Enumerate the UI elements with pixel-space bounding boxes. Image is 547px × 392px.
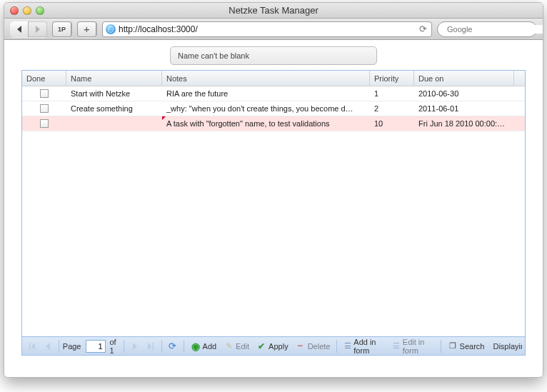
paging-toolbar: Page of 1 ⟳ ◉ Add ✎ Edit ✔ (22, 336, 525, 355)
next-page-button[interactable] (128, 339, 142, 353)
cell-priority[interactable]: 2 (370, 101, 414, 116)
browser-window: Netzke Task Manager 1P + ⟳ Name can't be… (4, 2, 543, 378)
table-row[interactable]: Start with NetzkeRIA are the future12010… (22, 86, 525, 101)
nav-buttons (10, 21, 47, 37)
form-add-icon: ☰ (343, 341, 351, 351)
page-content: Name can't be blank Done Name Notes Prio… (4, 40, 543, 377)
delete-button[interactable]: ━ Delete (293, 339, 333, 353)
cell-name[interactable] (66, 116, 162, 131)
grid-header: Done Name Notes Priority Due on (22, 71, 525, 86)
browser-toolbar: 1P + ⟳ (4, 19, 543, 40)
cell-notes[interactable]: RIA are the future (162, 86, 370, 101)
column-header-done[interactable]: Done (22, 71, 66, 86)
add-in-form-button[interactable]: ☰ Add in form (341, 339, 388, 353)
delete-button-label: Delete (308, 342, 331, 351)
search-input[interactable] (447, 25, 543, 34)
table-row[interactable]: A task with "forgotten" name, to test va… (22, 116, 525, 131)
cell-extra (514, 86, 525, 101)
window-title: Netzke Task Manager (4, 5, 543, 16)
cell-due-on[interactable]: 2011-06-01 (414, 101, 514, 116)
page-total-label: of 1 (110, 338, 121, 355)
apply-icon: ✔ (256, 341, 266, 351)
cell-done[interactable] (22, 116, 66, 131)
edit-icon: ✎ (224, 341, 234, 351)
search-field[interactable] (437, 21, 537, 37)
globe-icon (106, 24, 116, 34)
cell-notes[interactable]: A task with "forgotten" name, to test va… (162, 116, 370, 131)
column-header-name[interactable]: Name (66, 71, 162, 86)
window-titlebar: Netzke Task Manager (4, 3, 543, 19)
column-header-due-on[interactable]: Due on (414, 71, 514, 86)
grid-body: Start with NetzkeRIA are the future12010… (22, 86, 525, 336)
validation-message: Name can't be blank (170, 46, 377, 65)
checkbox-icon[interactable] (40, 104, 49, 113)
cell-done[interactable] (22, 86, 66, 101)
first-page-button[interactable] (25, 339, 39, 353)
refresh-button[interactable]: ⟳ (166, 339, 180, 353)
page-label: Page (63, 342, 81, 351)
add-in-form-label: Add in form (353, 338, 385, 355)
checkbox-icon[interactable] (40, 89, 49, 98)
close-icon[interactable] (10, 6, 19, 15)
form-edit-icon: ☰ (393, 341, 401, 351)
toolbar-separator (336, 340, 337, 353)
cell-extra (514, 101, 525, 116)
zoom-icon[interactable] (36, 6, 44, 15)
window-controls (4, 6, 44, 15)
toolbar-separator (441, 340, 441, 353)
add-tab-button[interactable]: + (77, 21, 97, 37)
cell-due-on[interactable]: 2010-06-30 (414, 86, 514, 101)
tasks-grid: Done Name Notes Priority Due on Start wi… (21, 70, 526, 356)
apply-button-label: Apply (269, 342, 288, 351)
add-button-label: Add (203, 342, 217, 351)
column-header-notes[interactable]: Notes (162, 71, 370, 86)
prev-page-button[interactable] (41, 339, 55, 353)
search-button-label: Search (460, 342, 485, 351)
cell-done[interactable] (22, 101, 66, 116)
edit-button-label: Edit (236, 342, 249, 351)
edit-in-form-label: Edit in form (403, 338, 434, 355)
url-input[interactable] (119, 24, 415, 34)
column-header-priority[interactable]: Priority (370, 71, 414, 86)
search-button[interactable]: ❐ Search (445, 339, 488, 353)
toolbar-separator (59, 340, 59, 353)
add-button[interactable]: ◉ Add (188, 339, 220, 353)
column-header-menu[interactable] (514, 71, 525, 86)
page-input[interactable] (86, 340, 106, 353)
displaying-label: Displaying (488, 342, 522, 351)
cell-priority[interactable]: 10 (370, 116, 414, 131)
edit-button[interactable]: ✎ Edit (221, 339, 252, 353)
checkbox-icon[interactable] (40, 119, 49, 128)
cell-name[interactable]: Start with Netzke (66, 86, 162, 101)
cell-priority[interactable]: 1 (370, 86, 414, 101)
cell-name[interactable]: Create something (66, 101, 162, 116)
toolbar-separator (184, 340, 184, 353)
onepassword-button[interactable]: 1P (52, 21, 72, 37)
reload-icon[interactable]: ⟳ (418, 24, 428, 34)
apply-button[interactable]: ✔ Apply (254, 339, 291, 353)
edit-in-form-button[interactable]: ☰ Edit in form (390, 339, 437, 353)
toolbar-separator (161, 340, 162, 353)
minimize-icon[interactable] (23, 6, 31, 15)
table-row[interactable]: Create something_why: "when you don't cr… (22, 101, 525, 116)
binoculars-icon: ❐ (448, 341, 458, 351)
add-icon: ◉ (191, 341, 201, 351)
cell-due-on[interactable]: Fri Jun 18 2010 00:00:… (414, 116, 514, 131)
address-bar[interactable]: ⟳ (102, 21, 432, 37)
forward-button[interactable] (29, 21, 47, 37)
delete-icon: ━ (296, 341, 306, 351)
toolbar-separator (124, 340, 124, 353)
back-button[interactable] (10, 21, 29, 37)
refresh-icon: ⟳ (168, 341, 178, 351)
cell-notes[interactable]: _why: "when you don't create things, you… (162, 101, 370, 116)
cell-extra (514, 116, 525, 131)
last-page-button[interactable] (144, 339, 158, 353)
